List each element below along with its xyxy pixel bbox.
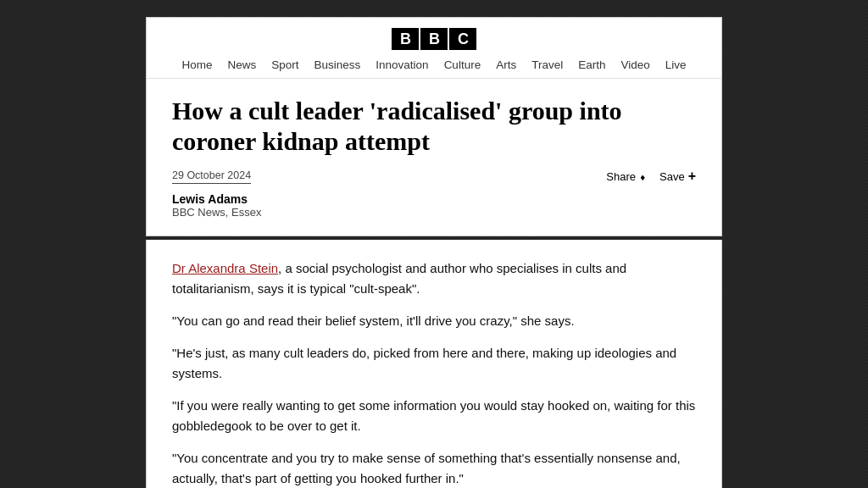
bbc-header: B B C Home News Sport Business Innovatio… bbox=[147, 18, 721, 79]
body-paragraph-2: "You can go and read their belief system… bbox=[172, 311, 696, 331]
body-paragraph-5: "You concentrate and you try to make sen… bbox=[172, 448, 696, 488]
share-icon bbox=[639, 169, 646, 183]
bbc-logo-c: C bbox=[449, 28, 476, 50]
nav-business[interactable]: Business bbox=[314, 58, 361, 71]
body-paragraph-3: "He's just, as many cult leaders do, pic… bbox=[172, 343, 696, 384]
author-block: Lewis Adams BBC News, Essex bbox=[172, 192, 696, 219]
save-label: Save bbox=[659, 170, 685, 183]
bbc-logo: B B C bbox=[392, 28, 476, 50]
nav-innovation[interactable]: Innovation bbox=[376, 58, 428, 71]
nav-live[interactable]: Live bbox=[665, 58, 687, 71]
share-label: Share bbox=[606, 170, 636, 183]
nav-arts[interactable]: Arts bbox=[496, 58, 516, 71]
nav-video[interactable]: Video bbox=[620, 58, 649, 71]
nav-sport[interactable]: Sport bbox=[271, 58, 298, 71]
nav-home[interactable]: Home bbox=[181, 58, 212, 71]
nav-news[interactable]: News bbox=[227, 58, 256, 71]
bbc-logo-b1: B bbox=[392, 28, 419, 50]
article-body: Dr Alexandra Stein, a social psychologis… bbox=[172, 258, 696, 488]
bbc-logo-b2: B bbox=[420, 28, 448, 50]
body-paragraph-4: "If you were really wanting to get some … bbox=[172, 396, 696, 436]
article-title: How a cult leader 'radicalised' group in… bbox=[172, 96, 696, 157]
save-icon bbox=[688, 169, 696, 184]
page-wrapper: B B C Home News Sport Business Innovatio… bbox=[146, 17, 722, 488]
share-button[interactable]: Share bbox=[606, 169, 646, 183]
nav-culture[interactable]: Culture bbox=[444, 58, 481, 71]
nav-earth[interactable]: Earth bbox=[578, 58, 605, 71]
author-org: BBC News, Essex bbox=[172, 206, 696, 219]
nav-travel[interactable]: Travel bbox=[531, 58, 563, 71]
nav-bar: Home News Sport Business Innovation Cult… bbox=[181, 58, 686, 71]
bottom-card: Dr Alexandra Stein, a social psychologis… bbox=[146, 240, 722, 488]
author-name: Lewis Adams bbox=[172, 192, 696, 206]
article-meta-row: 29 October 2024 Share Save bbox=[172, 169, 696, 184]
top-card: B B C Home News Sport Business Innovatio… bbox=[146, 17, 722, 236]
article-date: 29 October 2024 bbox=[172, 169, 251, 184]
body-paragraph-1: Dr Alexandra Stein, a social psychologis… bbox=[172, 258, 696, 299]
save-button[interactable]: Save bbox=[659, 169, 696, 184]
article-header: How a cult leader 'radicalised' group in… bbox=[147, 87, 721, 219]
dr-alexandra-link[interactable]: Dr Alexandra Stein bbox=[172, 261, 278, 275]
article-actions: Share Save bbox=[606, 169, 696, 184]
